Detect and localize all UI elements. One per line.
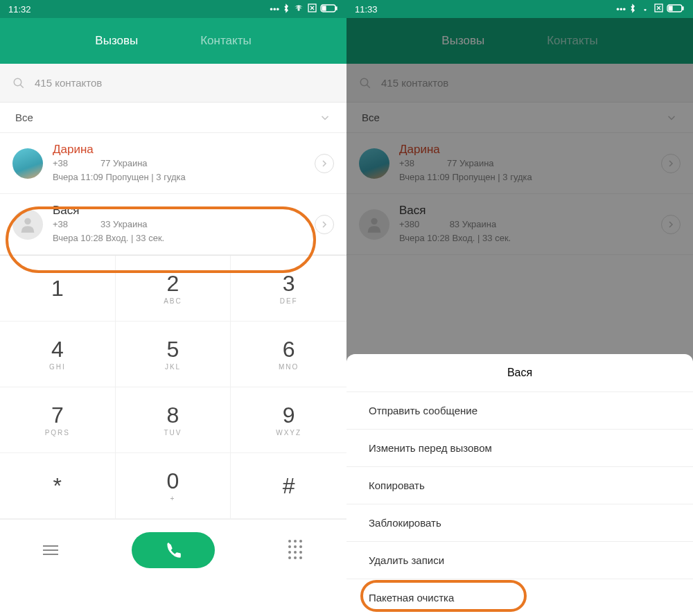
call-info: Вася +38 33 Украина Вчера 10:28 Вход. | … <box>53 204 305 245</box>
detail-button[interactable] <box>315 154 334 173</box>
tab-calls[interactable]: Вызовы <box>95 34 138 48</box>
menu-button[interactable] <box>30 545 71 555</box>
ctx-batch-clear[interactable]: Пакетная очистка <box>346 579 693 616</box>
bluetooth-icon <box>283 3 290 15</box>
key-letters: WXYZ <box>276 429 301 437</box>
nosim-icon <box>308 3 317 15</box>
key-digit: 1 <box>51 277 64 299</box>
key-digit: * <box>53 475 62 497</box>
key-letters: DEF <box>280 297 298 305</box>
key-letters: GHI <box>49 363 66 371</box>
svg-rect-3 <box>322 6 326 10</box>
key-digit: 9 <box>283 404 295 426</box>
key-digit: 4 <box>51 338 64 360</box>
avatar <box>12 209 43 240</box>
call-button[interactable] <box>132 532 215 568</box>
battery-icon <box>667 4 685 15</box>
key-letters: MNO <box>279 363 299 371</box>
call-item-darina[interactable]: Дарина +38 77 Украина Вчера 11:09 Пропущ… <box>0 133 346 194</box>
dialpad-key-7[interactable]: 7PQRS <box>0 387 116 453</box>
search-bar[interactable]: 415 контактов <box>0 64 346 103</box>
svg-point-4 <box>14 78 21 86</box>
status-icons: ••• <box>616 3 685 15</box>
battery-icon <box>320 4 338 15</box>
call-meta: Вчера 11:09 Пропущен | 3 гудка <box>53 170 305 184</box>
phone-icon <box>164 541 182 559</box>
svg-rect-8 <box>682 7 683 10</box>
key-digit: 2 <box>167 272 179 294</box>
dialpad-toggle[interactable] <box>275 540 317 560</box>
more-icon: ••• <box>270 4 279 15</box>
dialpad-key-0[interactable]: 0+ <box>116 453 231 519</box>
svg-rect-9 <box>669 6 672 10</box>
key-letters: PQRS <box>45 429 70 437</box>
key-digit: 6 <box>283 338 295 360</box>
dialpad-key-1[interactable]: 1 <box>0 256 116 322</box>
wifi-icon <box>293 4 304 15</box>
call-list: Дарина +38 77 Украина Вчера 11:09 Пропущ… <box>0 133 346 255</box>
dialpad: 12ABC3DEF4GHI5JKL6MNO7PQRS8TUV9WXYZ*0+# <box>0 255 346 519</box>
filter-label: Все <box>15 112 33 123</box>
search-icon <box>12 77 25 89</box>
dialpad-key-#[interactable]: # <box>231 453 346 519</box>
detail-button[interactable] <box>315 215 334 234</box>
call-number: +38 33 Украина <box>53 218 305 231</box>
context-menu-title: Вася <box>346 354 693 392</box>
key-letters: JKL <box>165 363 181 371</box>
dialpad-key-3[interactable]: 3DEF <box>231 256 346 322</box>
key-digit: 3 <box>283 272 295 294</box>
search-placeholder: 415 контактов <box>35 77 102 89</box>
call-item-vasya[interactable]: Вася +38 33 Украина Вчера 10:28 Вход. | … <box>0 194 346 255</box>
call-number: +38 77 Украина <box>53 157 305 170</box>
more-icon: ••• <box>616 4 626 15</box>
ctx-block[interactable]: Заблокировать <box>346 504 693 542</box>
bluetooth-icon <box>629 3 636 15</box>
filter-row[interactable]: Все <box>0 103 346 133</box>
dialpad-key-4[interactable]: 4GHI <box>0 322 116 387</box>
bottom-bar <box>0 519 346 580</box>
call-info: Дарина +38 77 Украина Вчера 11:09 Пропущ… <box>53 143 305 184</box>
key-digit: # <box>283 475 295 497</box>
dialpad-key-5[interactable]: 5JKL <box>116 322 231 387</box>
call-meta: Вчера 10:28 Вход. | 33 сек. <box>53 231 305 245</box>
dialpad-key-9[interactable]: 9WXYZ <box>231 387 346 453</box>
status-bar: 11:33 ••• <box>346 0 693 18</box>
status-time: 11:33 <box>355 4 378 15</box>
key-letters: TUV <box>164 429 182 437</box>
key-digit: 7 <box>51 404 64 426</box>
status-time: 11:32 <box>8 4 31 15</box>
key-letters: ABC <box>164 297 182 305</box>
ctx-copy[interactable]: Копировать <box>346 467 693 504</box>
phone-left: 11:32 ••• Вызовы Контакты 415 контактов … <box>0 0 346 616</box>
nosim-icon <box>654 3 663 15</box>
call-name: Дарина <box>53 143 305 157</box>
key-letters: + <box>170 495 176 502</box>
call-name: Вася <box>53 204 305 218</box>
dialpad-key-6[interactable]: 6MNO <box>231 322 346 387</box>
svg-rect-2 <box>335 7 337 10</box>
dialpad-key-2[interactable]: 2ABC <box>116 256 231 322</box>
phone-right: 11:33 ••• Вызовы Контакты 415 контактов … <box>346 0 693 616</box>
ctx-send-message[interactable]: Отправить сообщение <box>346 392 693 430</box>
header-tabs: Вызовы Контакты <box>0 18 346 64</box>
key-digit: 0 <box>167 470 179 492</box>
dialpad-key-8[interactable]: 8TUV <box>116 387 231 453</box>
status-bar: 11:32 ••• <box>0 0 346 18</box>
chevron-down-icon <box>319 112 331 124</box>
key-digit: 5 <box>167 338 179 360</box>
avatar <box>12 148 43 179</box>
ctx-delete-records[interactable]: Удалить записи <box>346 542 693 579</box>
wifi-icon <box>640 4 651 15</box>
svg-point-5 <box>24 218 30 224</box>
ctx-edit-before-call[interactable]: Изменить перед вызовом <box>346 430 693 467</box>
status-icons: ••• <box>270 3 338 15</box>
key-digit: 8 <box>167 404 179 426</box>
context-menu: Вася Отправить сообщение Изменить перед … <box>346 354 693 616</box>
dialpad-key-*[interactable]: * <box>0 453 116 519</box>
tab-contacts[interactable]: Контакты <box>200 34 251 48</box>
